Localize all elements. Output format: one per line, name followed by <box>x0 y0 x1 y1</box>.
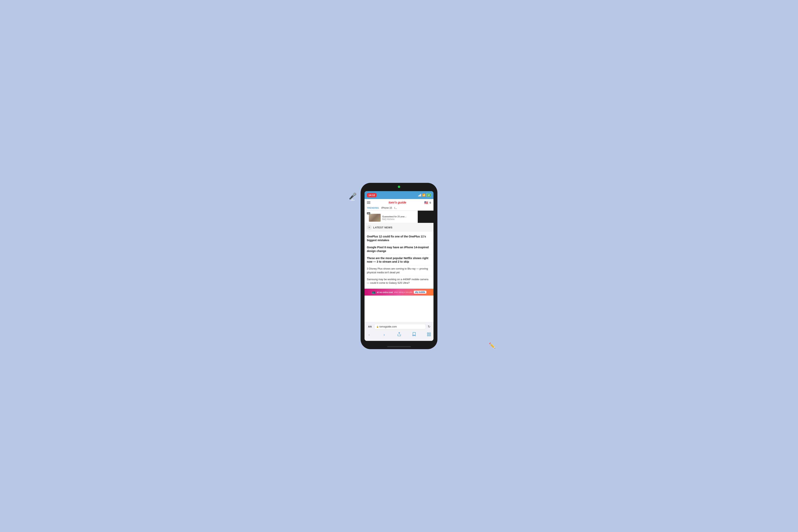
news-title-1: OnePlus 12 could fix one of the OnePlus … <box>367 235 431 242</box>
latest-news-label: LATEST NEWS <box>373 226 393 229</box>
header-top: tom's guide 🇺🇸 S <box>367 201 431 205</box>
news-title-4: 3 Disney Plus shows are coming to Blu-ra… <box>367 267 431 274</box>
home-indicator <box>387 346 411 347</box>
black-overlay-panel <box>418 211 434 223</box>
url-text: tomsguide.com <box>380 325 397 328</box>
mic-icon: 🎤 <box>349 192 357 200</box>
ad-strip-text: at no extra cost <box>377 291 393 293</box>
status-icons: 📶 64 <box>418 193 431 197</box>
bookmarks-button[interactable] <box>412 332 416 337</box>
hamburger-line-2 <box>367 202 370 203</box>
pen-icon-outer: ✏️ <box>489 342 496 349</box>
safari-address-bar: AA 🔒 tomsguide.com ↻ <box>364 322 434 331</box>
trending-item-1[interactable]: iPhone 15 <box>381 207 392 209</box>
header-right: 🇺🇸 S <box>424 201 431 205</box>
back-button[interactable]: ‹ <box>367 331 372 338</box>
ad-image <box>369 214 381 222</box>
site-logo[interactable]: tom's guide <box>388 201 406 205</box>
news-item-4[interactable]: 3 Disney Plus shows are coming to Blu-ra… <box>367 265 431 276</box>
star-icon: ★ <box>367 225 372 230</box>
forward-button[interactable]: › <box>382 331 386 338</box>
trending-bar: TRENDING iPhone 15 i... <box>367 206 431 210</box>
ad-strip-subtext: when taking a new plan <box>394 291 413 293</box>
reload-button[interactable]: ↻ <box>427 324 431 329</box>
signal-bar-3 <box>420 194 420 196</box>
camera-dot <box>398 186 400 188</box>
svg-rect-4 <box>428 335 429 336</box>
site-header: tom's guide 🇺🇸 S TRENDING iPhone 15 i... <box>364 199 434 211</box>
news-title-5: Samsung may be working on a 440MP mobile… <box>367 278 431 285</box>
aa-button[interactable]: AA <box>367 324 373 329</box>
content-area: ★ LATEST NEWS OnePlus 12 could fix one o… <box>364 223 434 322</box>
news-title-3: These are the most popular Netflix shows… <box>367 256 431 264</box>
flag-icon[interactable]: 🇺🇸 <box>424 201 428 205</box>
status-time: 14:12 <box>367 193 377 197</box>
battery-indicator: 64 <box>426 193 431 197</box>
news-item-5[interactable]: Samsung may be working on a 440MP mobile… <box>367 276 431 286</box>
wifi-icon: 📶 <box>422 193 425 197</box>
trending-label: TRENDING <box>367 207 379 209</box>
ad-label: Ad <box>367 212 370 214</box>
trending-item-2[interactable]: i... <box>395 207 397 209</box>
hamburger-line-1 <box>367 202 370 202</box>
url-bar[interactable]: 🔒 tomsguide.com <box>374 324 426 329</box>
status-bar: 14:12 📶 64 <box>364 191 434 199</box>
hamburger-line-3 <box>367 203 370 204</box>
news-list: OnePlus 12 could fix one of the OnePlus … <box>364 231 434 288</box>
news-title-2: Google Pixel 8 may have an iPhone 14-ins… <box>367 246 431 253</box>
news-item-1[interactable]: OnePlus 12 could fix one of the OnePlus … <box>367 233 431 244</box>
signal-bar-4 <box>420 194 421 196</box>
safari-nav: ‹ › <box>364 331 434 341</box>
signal-bar-1 <box>418 196 419 196</box>
phone-screen: 14:12 📶 64 tom's guide <box>364 191 434 341</box>
latest-news-header: ★ LATEST NEWS <box>364 223 434 231</box>
hamburger-menu[interactable] <box>367 202 370 204</box>
ad-close-icon[interactable]: ⊠ <box>429 224 431 226</box>
mic-icon-outer: 🎤 <box>348 191 358 201</box>
news-item-3[interactable]: These are the most popular Netflix shows… <box>367 255 431 266</box>
kitchen-image <box>369 214 381 222</box>
svg-rect-3 <box>429 335 431 336</box>
svg-rect-2 <box>429 332 431 334</box>
news-item-2[interactable]: Google Pixel 8 may have an iPhone 14-ins… <box>367 244 431 255</box>
share-button[interactable] <box>397 332 401 337</box>
sky-mobile-logo: sky mobile <box>414 291 426 293</box>
ad-strip[interactable]: 📺 at no extra cost when taking a new pla… <box>364 289 434 296</box>
tabs-button[interactable] <box>427 332 431 337</box>
phone-frame: 14:12 📶 64 tom's guide <box>361 183 437 349</box>
ad-banner[interactable]: Ad Guaranteed for 25 year... B&Q Kitchen… <box>364 211 434 223</box>
svg-rect-1 <box>428 332 429 334</box>
search-button[interactable]: S <box>429 201 431 204</box>
lock-icon: 🔒 <box>376 325 379 328</box>
signal-bar-2 <box>419 195 419 196</box>
signal-bars <box>418 194 421 196</box>
